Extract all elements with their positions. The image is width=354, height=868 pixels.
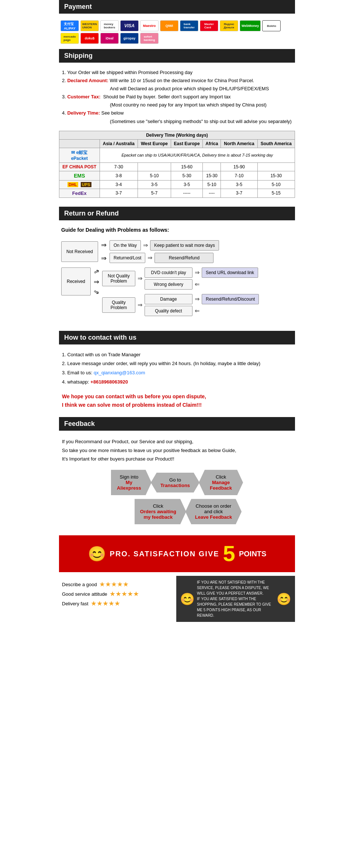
ems-north: 7-10 bbox=[221, 171, 257, 180]
payment-title: Payment bbox=[64, 3, 92, 10]
contact-email[interactable]: qx_qianxiang@163.com bbox=[94, 370, 145, 375]
feedback-flow-row2: Click Orders awaiting my feedback Choose… bbox=[81, 497, 295, 530]
stars-2: ★★★★★ bbox=[110, 590, 139, 598]
contact-emphasis: We hope you can contact with us before y… bbox=[59, 389, 295, 411]
on-the-way-box: On the Way bbox=[110, 240, 141, 251]
step1-line1: Sign into bbox=[116, 474, 142, 480]
payment-logos: 支付宝ALIPAY WESTERNUNION moneybookers VISA… bbox=[59, 17, 295, 47]
rating-row-1: Describe a good ★★★★★ bbox=[62, 580, 173, 588]
shipping-title: Shipping bbox=[64, 52, 93, 59]
maestro-logo: Maestro bbox=[140, 20, 159, 31]
resend-refund-box: Resend/Refund bbox=[155, 253, 214, 263]
table-main-header: Delivery Time (Working days) bbox=[59, 131, 295, 139]
step4-line1: Click bbox=[140, 503, 177, 509]
cp-asia: 7-30 bbox=[100, 162, 138, 171]
rating-right: 😊 IF YOU ARE NOT SATISFIED WITH THE SERV… bbox=[176, 576, 295, 622]
col-east-europe: East Europe bbox=[171, 139, 203, 148]
banner-points: POINTS bbox=[239, 550, 266, 558]
dhl-west: 3-5 bbox=[138, 180, 171, 189]
rating-row-3: Delivery fast ★★★★★ bbox=[62, 599, 173, 608]
contact-point-1: 1. Contact with us on Trade Manager bbox=[62, 350, 292, 360]
return-refund-section: Return or Refund Guide for Dealing with … bbox=[59, 207, 295, 329]
shipping-text: 1. Your Order will be shipped within Pro… bbox=[59, 66, 295, 128]
boleto-logo: Boleto bbox=[262, 20, 281, 31]
not-received-box: Not Received bbox=[61, 241, 98, 262]
table-row-dhl: DHL UPS 3-4 3-5 3-5 5-10 3-5 5-10 bbox=[59, 180, 295, 189]
ems-logo: EMS bbox=[74, 173, 85, 179]
stars-3: ★★★★★ bbox=[91, 599, 120, 608]
chinapost-carrier: EF CHINA POST bbox=[59, 162, 100, 171]
return-header: Return or Refund bbox=[59, 207, 295, 220]
qp-issues: Damage ⇒ Resend/Refund/Discount Quality … bbox=[145, 294, 259, 316]
rating-side-text: IF YOU ARE NOT SATISFIED WITH THE SERVIC… bbox=[197, 580, 274, 618]
received-box: Received bbox=[61, 267, 91, 295]
arrow-damage: ⇒ bbox=[195, 295, 199, 302]
doku-logo: doku$ bbox=[80, 33, 99, 44]
arrow-mid-right: ⇒ bbox=[94, 278, 99, 286]
contact-point-4: 4. whatsapp: +8618968063920 bbox=[62, 378, 292, 387]
stars-1: ★★★★★ bbox=[99, 580, 129, 588]
cp-east: 15-60 bbox=[171, 162, 203, 171]
cp-africa bbox=[203, 162, 221, 171]
ems-south: 15-30 bbox=[257, 171, 295, 180]
cp-south bbox=[257, 162, 295, 171]
damage-row: Damage ⇒ Resend/Refund/Discount bbox=[145, 294, 259, 304]
feedback-intro-1: If you Recommand our Product, our Servic… bbox=[62, 437, 292, 446]
delivery-table: Delivery Time (Working days) Asia / Aust… bbox=[59, 131, 295, 198]
dvd-row: DVD couldn't play ⇒ Send URL download li… bbox=[145, 267, 258, 278]
contact-text: 1. Contact with us on Trade Manager 2. L… bbox=[59, 348, 295, 389]
dhl-east: 3-5 bbox=[171, 180, 203, 189]
shipping-point-4b: (Sometimes use "seller's shipping method… bbox=[110, 118, 292, 126]
moneybookers-logo: moneybookers bbox=[100, 20, 119, 31]
col-north-america: North America bbox=[221, 139, 257, 148]
not-received-group: Not Received ⇒ ⇒ On the Way ⇒ Keep patie… bbox=[61, 240, 293, 263]
received-group: Received ⇒ ⇒ ⇒ Not QualityProblem ⇒ DVD … bbox=[61, 267, 293, 316]
ems-africa: 15-30 bbox=[203, 171, 221, 180]
contact-section: How to contact with us 1. Contact with u… bbox=[59, 331, 295, 415]
shipping-point-3b: (Most country no need pay for any Import… bbox=[110, 101, 292, 109]
feedback-header: Feedback bbox=[59, 417, 295, 431]
bank-logo: banktransfer bbox=[180, 20, 198, 31]
arrow-wrong: ⇐ bbox=[195, 281, 199, 288]
nr-branches: On the Way ⇒ Keep patient to wait more d… bbox=[110, 240, 219, 263]
shipping-point-2: 2. Declared Amount: Will write 10 or 15u… bbox=[62, 77, 292, 85]
cp-north: 15-90 bbox=[221, 162, 257, 171]
quality-problem-box: QualityProblem bbox=[102, 297, 135, 313]
arrow-right-4: ⇒ bbox=[148, 254, 152, 261]
nr-branch-1: On the Way ⇒ Keep patient to wait more d… bbox=[110, 240, 219, 251]
fedex-east: ----- bbox=[171, 189, 203, 197]
smiley-icon: 😊 bbox=[88, 545, 106, 563]
arrow-qdefect: ⇐ bbox=[195, 307, 199, 314]
table-row-chinapost: EF CHINA POST 7-30 15-60 15-90 bbox=[59, 162, 295, 171]
fedex-north: 3-7 bbox=[221, 189, 257, 197]
contact-header: How to contact with us bbox=[59, 331, 295, 344]
fedex-carrier: FedEx bbox=[59, 189, 100, 197]
banner-number: 5 bbox=[223, 543, 235, 565]
step1-line2: My bbox=[116, 480, 142, 485]
step5-line2: and click bbox=[195, 509, 232, 514]
banner-content: PRO. SATISFACTION GIVE 5 POINTS bbox=[110, 543, 267, 565]
mastercard-logo: MasterCard bbox=[200, 20, 218, 31]
col-carrier bbox=[59, 139, 100, 148]
ups-logo: UPS bbox=[81, 182, 91, 187]
dhl-africa: 5-10 bbox=[203, 180, 221, 189]
rating-label-2: Good service attitude bbox=[62, 591, 107, 597]
nr-branch-2: Returned/Lost ⇒ Resend/Refund bbox=[110, 253, 219, 263]
quality-defect-row: Quality defect ⇐ bbox=[145, 306, 259, 316]
satisfaction-banner: 😊 PRO. SATISFACTION GIVE 5 POINTS bbox=[59, 535, 295, 572]
step3-line1: Click bbox=[208, 474, 233, 480]
ideal-logo: iDeal bbox=[100, 33, 119, 44]
arrow-dvd: ⇒ bbox=[195, 269, 199, 276]
ems-asia: 3-8 bbox=[100, 171, 138, 180]
dvd-box: DVD couldn't play bbox=[145, 267, 192, 278]
wrong-delivery-box: Wrong delivery bbox=[145, 279, 192, 290]
step2-line1: Go to bbox=[160, 477, 190, 483]
shipping-section: Shipping 1. Your Order will be shipped w… bbox=[59, 49, 295, 204]
contact-title: How to contact with us bbox=[64, 334, 136, 341]
feedback-section: Feedback If you Recommand our Product, o… bbox=[59, 417, 295, 629]
contact-point-2: 2. Leave message under order, will reply… bbox=[62, 359, 292, 368]
step5-line3: Leave Feedback bbox=[195, 514, 232, 520]
qiwi-logo: QIWI bbox=[160, 20, 178, 31]
step4-line3: my feedback bbox=[140, 514, 177, 520]
step5-leave-feedback: Choose on order and click Leave Feedback bbox=[185, 499, 242, 524]
